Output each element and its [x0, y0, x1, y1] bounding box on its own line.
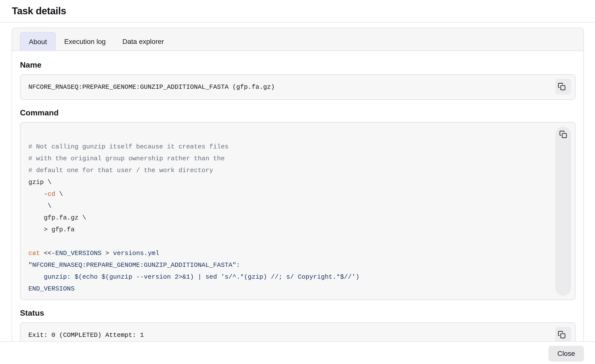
modal-body: About Execution log Data explorer Name N…	[0, 23, 595, 341]
copy-icon	[558, 323, 569, 341]
tab-data-explorer[interactable]: Data explorer	[114, 32, 172, 51]
task-name-box: NFCORE_RNASEQ:PREPARE_GENOME:GUNZIP_ADDI…	[20, 74, 576, 100]
command-code-line: # with the original group ownership rath…	[28, 153, 543, 164]
modal-header: Task details	[0, 0, 595, 23]
command-scrollbar[interactable]	[555, 127, 571, 296]
command-code-line: cat <<-END_VERSIONS > versions.yml	[28, 247, 543, 259]
copy-command-button[interactable]	[555, 127, 571, 142]
page-title: Task details	[12, 5, 583, 17]
copy-icon	[558, 75, 569, 98]
modal-footer: Close	[0, 341, 595, 364]
about-panel: Name NFCORE_RNASEQ:PREPARE_GENOME:GUNZIP…	[12, 51, 583, 341]
command-box: # Not calling gunzip itself because it c…	[20, 122, 576, 300]
command-code-line: gzip \	[28, 176, 543, 188]
status-section-heading: Status	[20, 309, 576, 317]
copy-name-button[interactable]	[555, 79, 571, 94]
command-code-line: # Not calling gunzip itself because it c…	[28, 141, 543, 153]
task-details-card: About Execution log Data explorer Name N…	[12, 28, 584, 341]
command-code-line: gfp.fa.gz \	[28, 212, 543, 224]
command-code-line: END_VERSIONS	[28, 283, 543, 295]
command-code: # Not calling gunzip itself because it c…	[20, 123, 575, 300]
copy-status-button[interactable]	[555, 327, 571, 341]
command-code-line: > gfp.fa	[28, 224, 543, 236]
name-section-heading: Name	[20, 61, 576, 69]
tab-about[interactable]: About	[20, 32, 56, 51]
tab-bar: About Execution log Data explorer	[12, 28, 583, 51]
command-section-heading: Command	[20, 109, 576, 117]
tab-execution-log[interactable]: Execution log	[56, 32, 114, 51]
command-code-line: gunzip: $(echo $(gunzip --version 2>&1) …	[28, 271, 543, 283]
command-code-line	[28, 129, 543, 141]
copy-icon	[559, 130, 567, 138]
command-code-line: \	[28, 200, 543, 212]
task-name-value: NFCORE_RNASEQ:PREPARE_GENOME:GUNZIP_ADDI…	[28, 83, 275, 91]
status-value: Exit: 0 (COMPLETED) Attempt: 1	[28, 331, 144, 339]
command-code-line	[28, 236, 543, 247]
command-code-line: "NFCORE_RNASEQ:PREPARE_GENOME:GUNZIP_ADD…	[28, 259, 543, 271]
status-box: Exit: 0 (COMPLETED) Attempt: 1	[20, 322, 576, 341]
close-button[interactable]: Close	[548, 346, 584, 362]
command-code-line: # default one for that user / the work d…	[28, 164, 543, 176]
command-code-line: -cd \	[28, 188, 543, 200]
